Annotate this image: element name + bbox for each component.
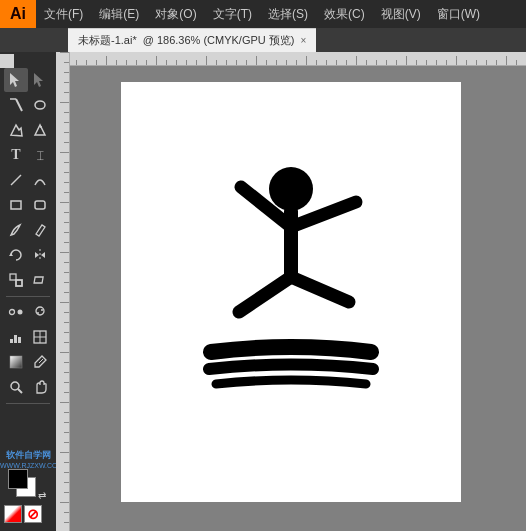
blend-tool[interactable] — [4, 300, 28, 324]
svg-line-33 — [239, 277, 291, 312]
menu-edit[interactable]: 编辑(E) — [91, 0, 147, 28]
tab-label: 未标题-1.ai* — [78, 33, 137, 48]
toolbar: T ⌶ — [0, 52, 56, 531]
svg-rect-21 — [18, 337, 21, 343]
menu-file[interactable]: 文件(F) — [36, 0, 91, 28]
svg-marker-1 — [34, 73, 43, 87]
mesh-tool[interactable] — [28, 325, 52, 349]
svg-line-28 — [18, 389, 22, 393]
svg-rect-19 — [10, 339, 13, 343]
menu-object[interactable]: 对象(O) — [147, 0, 204, 28]
svg-line-26 — [39, 359, 43, 363]
rect-tool[interactable] — [4, 193, 28, 217]
svg-rect-20 — [14, 335, 17, 343]
svg-line-2 — [16, 99, 22, 111]
svg-point-15 — [18, 310, 23, 315]
menu-view[interactable]: 视图(V) — [373, 0, 429, 28]
ruler-top — [56, 52, 526, 66]
scale-tool[interactable] — [4, 268, 28, 292]
active-tab[interactable]: 未标题-1.ai* @ 186.36% (CMYK/GPU 预览) × — [68, 28, 316, 52]
app-logo: Ai — [0, 0, 36, 28]
svg-marker-0 — [10, 73, 19, 87]
svg-rect-8 — [35, 201, 45, 209]
line-tool[interactable] — [4, 168, 28, 192]
hand-tool[interactable] — [28, 375, 52, 399]
canvas — [121, 82, 461, 502]
tab-close-button[interactable]: × — [300, 35, 306, 46]
foreground-color-swatch[interactable] — [8, 469, 28, 489]
type-tool[interactable]: T — [4, 143, 28, 167]
pen-tool[interactable] — [4, 118, 28, 142]
main-area: T ⌶ — [0, 52, 526, 531]
tab-bar: 未标题-1.ai* @ 186.36% (CMYK/GPU 预览) × — [0, 28, 526, 52]
svg-point-18 — [41, 309, 43, 311]
svg-marker-9 — [9, 253, 13, 256]
menu-bar: 文件(F) 编辑(E) 对象(O) 文字(T) 选择(S) 效果(C) 视图(V… — [36, 0, 526, 28]
eyedropper-tool[interactable] — [28, 350, 52, 374]
area-type-tool[interactable]: ⌶ — [28, 143, 52, 167]
svg-point-4 — [35, 101, 45, 109]
svg-rect-13 — [34, 277, 43, 283]
swap-colors-button[interactable]: ⇄ — [38, 490, 46, 501]
shear-tool[interactable] — [28, 268, 52, 292]
svg-rect-25 — [10, 356, 22, 368]
select-tool[interactable] — [4, 68, 28, 92]
lasso-tool[interactable] — [28, 93, 52, 117]
none-box[interactable]: ⊘ — [24, 505, 42, 523]
svg-line-34 — [291, 277, 349, 302]
svg-point-27 — [11, 382, 19, 390]
add-anchor-tool[interactable] — [28, 118, 52, 142]
magic-wand-tool[interactable] — [4, 93, 28, 117]
canvas-area — [56, 52, 526, 531]
svg-rect-12 — [16, 280, 22, 286]
tab-info: @ 186.36% (CMYK/GPU 预览) — [143, 33, 295, 48]
svg-point-17 — [37, 312, 39, 314]
menu-window[interactable]: 窗口(W) — [429, 0, 488, 28]
zoom-tool[interactable] — [4, 375, 28, 399]
arc-tool[interactable] — [28, 168, 52, 192]
gradient-box[interactable] — [4, 505, 22, 523]
title-bar: Ai 文件(F) 编辑(E) 对象(O) 文字(T) 选择(S) 效果(C) 视… — [0, 0, 526, 28]
reflect-tool[interactable] — [28, 243, 52, 267]
direct-select-tool[interactable] — [28, 68, 52, 92]
artwork-figure — [181, 142, 401, 442]
menu-text[interactable]: 文字(T) — [205, 0, 260, 28]
svg-point-14 — [10, 310, 15, 315]
svg-line-6 — [11, 175, 21, 185]
gradient-tool[interactable] — [4, 350, 28, 374]
column-graph-tool[interactable] — [4, 325, 28, 349]
menu-effect[interactable]: 效果(C) — [316, 0, 373, 28]
paintbrush-tool[interactable] — [4, 218, 28, 242]
symbol-sprayer-tool[interactable] — [28, 300, 52, 324]
pencil-tool[interactable] — [28, 218, 52, 242]
svg-rect-7 — [11, 201, 21, 209]
rounded-rect-tool[interactable] — [28, 193, 52, 217]
menu-select[interactable]: 选择(S) — [260, 0, 316, 28]
svg-point-16 — [36, 307, 44, 315]
color-swatches: ⇄ ⊘ — [4, 465, 54, 523]
rotate-tool[interactable] — [4, 243, 28, 267]
ruler-left — [56, 52, 70, 531]
